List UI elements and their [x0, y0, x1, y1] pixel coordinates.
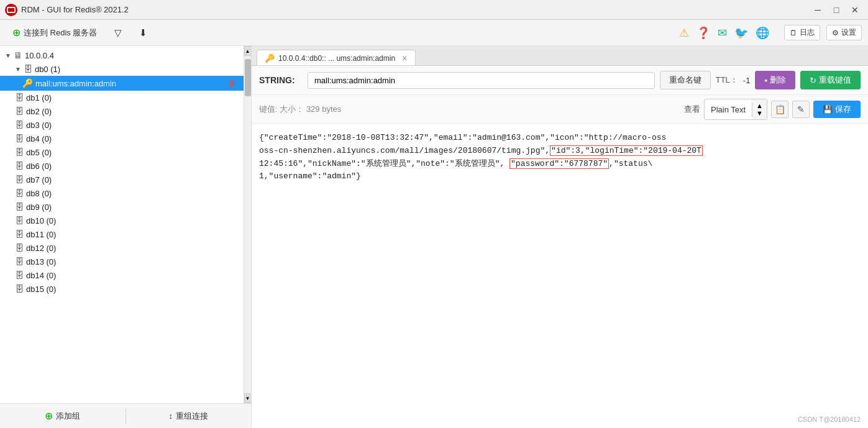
db3-node[interactable]: 🗄 db3 (0) [0, 118, 244, 132]
db8-node[interactable]: 🗄 db8 (0) [0, 186, 244, 200]
download-button[interactable]: ⬇ [133, 25, 153, 41]
log-button[interactable]: 🗒 日志 [784, 25, 820, 40]
db12-node[interactable]: 🗄 db12 (0) [0, 241, 244, 255]
sidebar-scrollbar[interactable]: ▲ ▼ [244, 46, 251, 403]
reload-button[interactable]: ↻ 重载键值 [800, 71, 861, 89]
server-label: 10.0.0.4 [25, 51, 54, 60]
db10-node[interactable]: 🗄 db10 (0) [0, 214, 244, 227]
scroll-up-button[interactable]: ▲ [244, 46, 252, 56]
db0-node[interactable]: ▼ 🗄 db0 (1) [0, 62, 244, 76]
filter-icon: ▽ [114, 27, 122, 39]
db2-label: db2 (0) [26, 107, 52, 116]
db4-icon: 🗄 [15, 134, 24, 143]
save-button[interactable]: 💾 保存 [813, 101, 861, 118]
titlebar: RDM - GUI for Redis® 2021.2 ─ □ ✕ [0, 0, 868, 20]
db5-label: db5 (0) [26, 148, 52, 157]
active-key-label: mall:ums:admin:admin [35, 79, 116, 88]
db0-icon: 🗄 [24, 64, 32, 74]
twitter-icon[interactable]: 🐦 [734, 26, 748, 40]
delete-icon: ▪ [764, 76, 767, 85]
db9-node[interactable]: 🗄 db9 (0) [0, 200, 244, 214]
db2-node[interactable]: 🗄 db2 (0) [0, 104, 244, 118]
edit-icon: ✎ [797, 104, 805, 114]
main-toolbar: ⊕ 连接到 Redis 服务器 ▽ ⬇ ⚠ ❓ ✉ 🐦 🌐 🗒 日志 ⚙ 设置 [0, 20, 868, 46]
copy-icon: 📋 [775, 104, 785, 114]
save-icon: 💾 [823, 105, 833, 114]
db11-node[interactable]: 🗄 db11 (0) [0, 227, 244, 241]
size-value: 329 bytes [306, 104, 341, 114]
sidebar-tree[interactable]: ▼ 🖥 10.0.0.4 ▼ 🗄 db0 (1) 🔑 mall:ums:admi… [0, 46, 244, 403]
tab-bar: 🔑 10.0.0.4::db0:: ... ums:admin:admin ✕ [252, 46, 868, 66]
globe-icon[interactable]: 🌐 [756, 26, 769, 40]
db15-node[interactable]: 🗄 db15 (0) [0, 282, 244, 296]
value-toolbar: 键值: 大小： 329 bytes 查看 Plain Text ▲▼ 📋 ✎ 💾 [252, 95, 868, 124]
db10-icon: 🗄 [15, 216, 24, 225]
reload-icon: ↻ [810, 76, 816, 85]
db0-label: db0 (1) [35, 65, 60, 74]
edit-value-button[interactable]: ✎ [792, 101, 810, 118]
scrollbar-thumb[interactable] [245, 59, 251, 96]
db3-label: db3 (0) [26, 121, 52, 130]
db1-icon: 🗄 [15, 93, 24, 102]
server-icon: 🖥 [14, 50, 22, 60]
maximize-button[interactable]: □ [828, 4, 844, 16]
save-label: 保存 [835, 104, 851, 115]
edit-key-button[interactable]: ✎ [212, 78, 224, 89]
size-prefix: 键值: [259, 104, 278, 114]
close-button[interactable]: ✕ [847, 4, 863, 16]
help-icon[interactable]: ❓ [697, 26, 710, 40]
server-node[interactable]: ▼ 🖥 10.0.0.4 [0, 48, 244, 62]
key-name-input[interactable] [308, 72, 655, 89]
db7-icon: 🗄 [15, 175, 24, 184]
db4-label: db4 (0) [26, 134, 52, 143]
value-content[interactable]: {"createTime":"2018-10-08T13:32:47","ema… [252, 124, 868, 428]
key-icon: 🔑 [22, 78, 33, 88]
db7-node[interactable]: 🗄 db7 (0) [0, 173, 244, 186]
db14-icon: 🗄 [15, 270, 24, 280]
key-node-active[interactable]: 🔑 mall:ums:admin:admin ✎ 🗑 [0, 76, 244, 91]
delete-button[interactable]: ▪ 删除 [755, 71, 795, 89]
db14-label: db14 (0) [26, 271, 56, 280]
db5-node[interactable]: 🗄 db5 (0) [0, 145, 244, 159]
add-group-button[interactable]: ⊕ 添加组 [0, 404, 126, 428]
tab-label: 10.0.0.4::db0:: ... ums:admin:admin [278, 54, 395, 63]
scrollbar-thumb-area [244, 56, 251, 393]
db9-icon: 🗄 [15, 202, 24, 212]
copy-button[interactable]: 📋 [771, 101, 788, 118]
app-icon [5, 4, 17, 16]
db14-node[interactable]: 🗄 db14 (0) [0, 268, 244, 282]
toolbar-right: ⚠ ❓ ✉ 🐦 🌐 [679, 26, 769, 40]
db13-node[interactable]: 🗄 db13 (0) [0, 255, 244, 268]
format-arrow-icon[interactable]: ▲▼ [752, 99, 767, 119]
active-tab[interactable]: 🔑 10.0.0.4::db0:: ... ums:admin:admin ✕ [257, 50, 416, 65]
db13-icon: 🗄 [15, 257, 24, 266]
log-label: 日志 [800, 27, 815, 38]
db15-icon: 🗄 [15, 284, 24, 294]
db9-label: db9 (0) [26, 203, 52, 212]
scroll-down-button[interactable]: ▼ [244, 393, 252, 403]
db15-label: db15 (0) [26, 285, 56, 294]
download-icon: ⬇ [139, 27, 147, 39]
db0-arrow: ▼ [15, 66, 21, 73]
view-label: 查看 [684, 104, 700, 115]
reconnect-label: 重组连接 [176, 411, 208, 422]
db6-node[interactable]: 🗄 db6 (0) [0, 159, 244, 173]
filter-button[interactable]: ▽ [108, 25, 128, 41]
warning-icon[interactable]: ⚠ [679, 26, 689, 40]
minimize-button[interactable]: ─ [810, 4, 826, 16]
server-arrow: ▼ [5, 52, 11, 59]
db7-label: db7 (0) [26, 175, 52, 184]
value-toolbar-right: 查看 Plain Text ▲▼ 📋 ✎ 💾 保存 [684, 99, 861, 120]
format-selector[interactable]: Plain Text ▲▼ [704, 99, 767, 120]
db4-node[interactable]: 🗄 db4 (0) [0, 132, 244, 145]
delete-key-button[interactable]: 🗑 [226, 78, 239, 89]
db1-node[interactable]: 🗄 db1 (0) [0, 91, 244, 104]
db3-icon: 🗄 [15, 120, 24, 130]
reconnect-button[interactable]: ↕ 重组连接 [126, 404, 252, 428]
rename-key-button[interactable]: 重命名键 [660, 71, 711, 89]
connect-redis-button[interactable]: ⊕ 连接到 Redis 服务器 [6, 24, 103, 41]
message-icon[interactable]: ✉ [718, 26, 727, 40]
settings-button[interactable]: ⚙ 设置 [826, 25, 862, 40]
db5-icon: 🗄 [15, 147, 24, 157]
tab-close-button[interactable]: ✕ [401, 54, 408, 63]
